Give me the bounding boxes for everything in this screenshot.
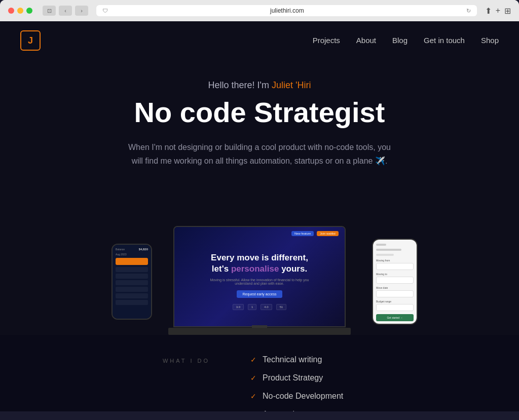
phone-row-1: Balance $4,820: [116, 248, 148, 251]
screen-headline-text: Every move is different, let's personali…: [211, 252, 308, 275]
phone-left-mockup: Balance $4,820 Aug 2023: [112, 244, 152, 320]
laptop-screen: New feature Join waitlist Every move is …: [173, 226, 346, 327]
screen-highlight: personalise: [231, 264, 279, 274]
screen-stats: 3.0 1 4.0 51: [233, 304, 287, 310]
what-i-do-label: WHAT I DO: [163, 355, 210, 364]
ph-line-3: [376, 254, 394, 256]
skill-1: ✓ Technical writing: [250, 355, 356, 364]
phone-right-mockup: Moving from Moving to Move date Budget r…: [372, 239, 418, 325]
skills-list: ✓ Technical writing ✓ Product Strategy ✓…: [250, 355, 356, 411]
skill-3: ✓ No-code Development: [250, 392, 356, 401]
url-text: juliethiri.com: [111, 7, 463, 14]
nav-contact[interactable]: Get in touch: [424, 36, 465, 45]
nav-projects[interactable]: Projects: [313, 36, 340, 45]
refresh-icon: ↻: [466, 8, 471, 14]
stat-4: 51: [276, 304, 287, 310]
hello-line: Hello there! I'm Juliet 'Hiri: [10, 80, 509, 91]
shield-icon: 🛡: [102, 8, 108, 14]
laptop-headline: Every move is different, let's personali…: [211, 252, 308, 275]
back-button[interactable]: ‹: [59, 6, 72, 16]
screen-cta-button[interactable]: Request early access: [237, 290, 283, 298]
form-field-4[interactable]: [376, 304, 414, 311]
grid-icon[interactable]: ⊞: [504, 6, 511, 16]
checkmark-2: ✓: [250, 374, 256, 382]
form-field-2[interactable]: [376, 277, 414, 284]
phone-right-header: [376, 244, 414, 256]
phone-right-screen: Moving from Moving to Move date Budget r…: [373, 240, 417, 324]
phone-list-3: [116, 280, 148, 285]
website-content: J Projects About Blog Get in touch Shop …: [0, 21, 519, 411]
forward-button[interactable]: ›: [75, 6, 88, 16]
phone-left-screen: Balance $4,820 Aug 2023: [113, 245, 151, 319]
laptop-nav-pill-1: New feature: [291, 231, 314, 236]
phone-list-5: [116, 293, 148, 298]
orange-bar: [116, 258, 148, 265]
laptop-mockup: New feature Join waitlist Every move is …: [168, 226, 351, 335]
form-label-3: Move date: [376, 286, 414, 289]
checkmark-3: ✓: [250, 392, 256, 400]
phone-row-2: Aug 2023: [116, 253, 148, 256]
skill-4: ✓ Automation: [250, 410, 356, 411]
checkmark-4: ✓: [250, 410, 256, 411]
phone-date: Aug 2023: [116, 253, 126, 256]
laptop-base: [168, 328, 351, 335]
phone-list-2: [116, 274, 148, 279]
submit-label: Get started →: [387, 316, 402, 319]
address-bar[interactable]: 🛡 juliethiri.com ↻: [96, 5, 477, 16]
laptop-nav-pill-2: Join waitlist: [317, 231, 339, 236]
logo[interactable]: J: [20, 30, 41, 51]
minimize-dot[interactable]: [17, 8, 23, 14]
browser-controls: ⊡ ‹ ›: [43, 6, 88, 16]
nav-links: Projects About Blog Get in touch Shop: [313, 36, 499, 45]
browser-titlebar: ⊡ ‹ › 🛡 juliethiri.com ↻ ⬆ + ⊞: [0, 0, 519, 21]
share-icon[interactable]: ⬆: [485, 6, 492, 16]
hero-section: Hello there! I'm Juliet 'Hiri No code St…: [0, 60, 519, 203]
hero-description: When I'm not designing or building a coo…: [128, 140, 391, 168]
main-nav: J Projects About Blog Get in touch Shop: [0, 21, 519, 60]
bottom-section: WHAT I DO ✓ Technical writing ✓ Product …: [0, 335, 519, 411]
laptop-navbar: New feature Join waitlist: [174, 231, 345, 236]
skill-2: ✓ Product Strategy: [250, 373, 356, 383]
ph-line-2: [376, 249, 401, 251]
sidebar-toggle[interactable]: ⊡: [43, 6, 56, 16]
browser-chrome: ⊡ ‹ › 🛡 juliethiri.com ↻ ⬆ + ⊞: [0, 0, 519, 21]
phone-list-4: [116, 287, 148, 292]
nav-about[interactable]: About: [356, 36, 376, 45]
ph-line-1: [376, 244, 386, 246]
phone-list-6: [116, 300, 148, 305]
maximize-dot[interactable]: [26, 8, 32, 14]
form-field-1[interactable]: [376, 263, 414, 270]
hero-title: No code Strategist: [10, 97, 509, 128]
new-tab-icon[interactable]: +: [496, 6, 500, 15]
screen-subtext: Moving is stressful. Allow the innovatio…: [210, 278, 309, 285]
browser-actions: ⬆ + ⊞: [485, 6, 511, 16]
stat-2: 1: [248, 304, 256, 310]
close-dot[interactable]: [8, 8, 14, 14]
stat-1: 3.0: [233, 304, 244, 310]
stat-3: 4.0: [261, 304, 272, 310]
mockup-area: Balance $4,820 Aug 2023 New: [0, 208, 519, 335]
form-field-3[interactable]: [376, 290, 414, 297]
phone-list-1: [116, 267, 148, 272]
form-label-1: Moving from: [376, 259, 414, 262]
form-label-4: Budget range: [376, 300, 414, 303]
laptop-screen-inner: New feature Join waitlist Every move is …: [174, 227, 345, 326]
name-highlight: Juliet 'Hiri: [272, 80, 311, 90]
nav-shop[interactable]: Shop: [481, 36, 499, 45]
form-submit-button[interactable]: Get started →: [376, 314, 414, 321]
browser-dots: [8, 8, 32, 14]
checkmark-1: ✓: [250, 356, 256, 364]
phone-value: $4,820: [139, 248, 148, 251]
form-label-2: Moving to: [376, 273, 414, 276]
nav-blog[interactable]: Blog: [392, 36, 407, 45]
phone-label: Balance: [116, 248, 125, 251]
